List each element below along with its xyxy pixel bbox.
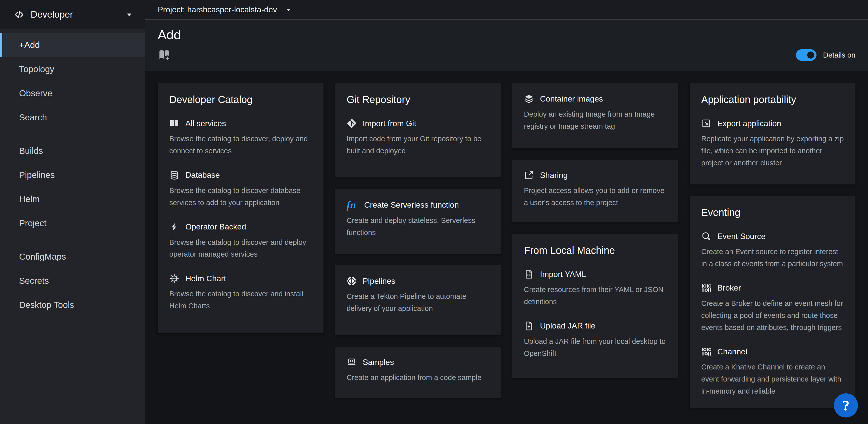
sidebar-item-observe[interactable]: Observe — [0, 81, 145, 105]
item-link[interactable]: Operator Backed — [185, 222, 246, 231]
add-item-samples: Samples Create an application from a cod… — [347, 357, 489, 384]
item-link[interactable]: Container images — [540, 94, 603, 104]
sidebar-item-add[interactable]: +Add — [0, 33, 145, 57]
add-item-export-application: Export application Replicate your applic… — [701, 118, 844, 169]
details-toggle-label: Details on — [823, 51, 856, 59]
sidebar-item-topology[interactable]: Topology — [0, 57, 145, 81]
page-header: Add Details on — [145, 20, 868, 70]
card-git-repository: Git Repository Import from Git Import co… — [335, 83, 501, 177]
item-description: Create a Broker to define an event mesh … — [701, 298, 844, 334]
item-description: Browse the catalog to discover and insta… — [169, 288, 312, 312]
item-description: Create an application from a code sample — [347, 372, 489, 384]
add-item-broker: Broker Create a Broker to define an even… — [701, 283, 844, 334]
add-item-event-source: Event Source Create an Event source to r… — [701, 231, 844, 270]
database-icon — [169, 170, 179, 180]
sidebar-item-configmaps[interactable]: ConfigMaps — [0, 245, 145, 269]
add-item-pipelines: Pipelines Create a Tekton Pipeline to au… — [347, 276, 489, 315]
item-link[interactable]: All services — [185, 119, 226, 128]
details-toggle[interactable]: Details on — [796, 49, 856, 61]
sidebar-item-secrets[interactable]: Secrets — [0, 269, 145, 293]
laptop-code-icon — [347, 357, 356, 367]
item-link[interactable]: Database — [185, 170, 220, 180]
item-description: Create an Event source to register inter… — [701, 246, 844, 270]
sidebar-item-pipelines[interactable]: Pipelines — [0, 163, 145, 187]
sidebar-item-search[interactable]: Search — [0, 105, 145, 130]
chevron-down-icon — [285, 6, 292, 13]
broker-icon — [701, 283, 711, 293]
sidebar-nav: +Add Topology Observe Search Builds Pipe… — [0, 29, 145, 317]
item-link[interactable]: Helm Chart — [185, 274, 226, 283]
details-toggle-switch[interactable] — [796, 49, 816, 61]
add-item-import-yaml: Import YAML Create resources from their … — [524, 269, 666, 308]
sidebar-item-builds[interactable]: Builds — [0, 139, 145, 163]
item-link[interactable]: Channel — [717, 347, 747, 357]
context-bar: Project: harshcasper-localsta-dev — [145, 0, 868, 20]
add-item-channel: Channel Create a Knative Channel to crea… — [701, 347, 844, 397]
sidebar-item-desktop-tools[interactable]: Desktop Tools — [0, 293, 145, 317]
grid-column-2: Git Repository Import from Git Import co… — [335, 83, 501, 398]
project-switcher[interactable]: Project: harshcasper-localsta-dev — [158, 5, 292, 14]
item-link[interactable]: Broker — [717, 283, 741, 292]
add-item-create-serverless-function: fn Create Serverless function Create and… — [347, 200, 489, 239]
main-area: Project: harshcasper-localsta-dev Add De… — [145, 0, 868, 424]
card-title: Eventing — [701, 206, 844, 218]
card-pipelines: Pipelines Create a Tekton Pipeline to au… — [335, 265, 501, 335]
file-upload-icon — [524, 321, 534, 331]
sidebar: Developer +Add Topology Observe Search B… — [0, 0, 145, 424]
perspective-switcher[interactable]: Developer — [0, 0, 145, 29]
card-title: Developer Catalog — [169, 94, 312, 105]
card-from-local-machine: From Local Machine Import YAML Create re… — [513, 234, 678, 378]
card-samples: Samples Create an application from a cod… — [335, 347, 501, 398]
item-description: Create a Tekton Pipeline to automate del… — [347, 290, 489, 315]
chevron-down-icon — [125, 10, 133, 19]
tekton-pipeline-icon — [347, 276, 356, 286]
item-link[interactable]: Import YAML — [540, 270, 586, 279]
card-title: Application portability — [701, 94, 844, 105]
grid-column-3: Container images Deploy an existing Imag… — [513, 83, 678, 378]
add-item-all-services: All services Browse the catalog to disco… — [169, 118, 312, 157]
perspective-label: Developer — [31, 9, 73, 20]
help-button[interactable]: ? — [834, 393, 858, 418]
bolt-icon — [169, 222, 179, 232]
item-link[interactable]: Pipelines — [363, 277, 395, 286]
item-description: Create resources from their YAML or JSON… — [524, 284, 666, 308]
item-description: Create and deploy stateless, Serverless … — [347, 215, 489, 239]
add-item-upload-jar-file: Upload JAR file Upload a JAR file from y… — [524, 321, 666, 360]
item-link[interactable]: Export application — [717, 119, 781, 128]
card-title: Git Repository — [347, 94, 489, 105]
item-description: Project access allows you to add or remo… — [524, 185, 666, 209]
file-code-icon — [524, 269, 534, 279]
channel-icon — [701, 347, 711, 357]
sidebar-item-helm[interactable]: Helm — [0, 187, 145, 211]
item-link[interactable]: Sharing — [540, 171, 568, 180]
nav-divider — [0, 240, 145, 240]
item-link[interactable]: Upload JAR file — [540, 321, 595, 331]
add-item-container-images: Container images Deploy an existing Imag… — [524, 94, 666, 133]
page-title: Add — [158, 28, 856, 42]
item-description: Upload a JAR file from your local deskto… — [524, 336, 666, 360]
add-page-content: Developer Catalog All services Browse th… — [145, 70, 868, 424]
card-sharing: Sharing Project access allows you to add… — [513, 160, 678, 222]
openshift-console: Developer +Add Topology Observe Search B… — [0, 0, 868, 424]
item-link[interactable]: Import from Git — [363, 119, 416, 128]
card-developer-catalog: Developer Catalog All services Browse th… — [158, 83, 323, 333]
nav-divider — [0, 134, 145, 134]
card-title: From Local Machine — [524, 245, 666, 256]
item-description: Browse the catalog to discover and deplo… — [169, 236, 312, 261]
card-grid: Developer Catalog All services Browse th… — [158, 83, 856, 408]
item-description: Browse the catalog to discover database … — [169, 185, 312, 209]
function-icon: fn — [347, 200, 358, 210]
sidebar-item-project[interactable]: Project — [0, 211, 145, 235]
code-icon — [14, 9, 24, 20]
event-source-icon — [701, 231, 711, 241]
item-link[interactable]: Create Serverless function — [364, 200, 459, 209]
catalog-plus-icon[interactable] — [158, 49, 171, 62]
git-icon — [347, 118, 356, 129]
card-container-images: Container images Deploy an existing Imag… — [513, 83, 678, 148]
toggle-knob — [807, 52, 814, 59]
card-eventing: Eventing Event Source Create an Event so… — [690, 196, 856, 408]
item-link[interactable]: Samples — [363, 358, 394, 367]
item-link[interactable]: Event Source — [717, 232, 766, 241]
card-application-portability: Application portability Export applicati… — [690, 83, 856, 185]
item-description: Import code from your Git repository to … — [347, 133, 489, 157]
